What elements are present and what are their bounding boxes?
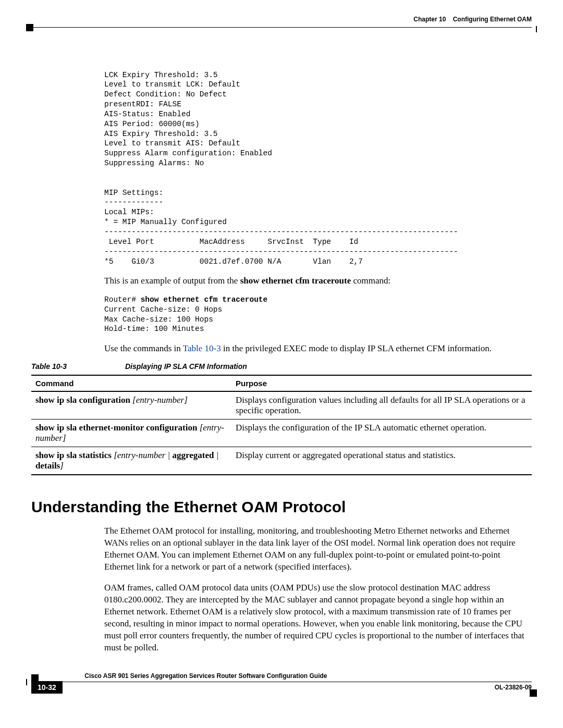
- guide-title: Cisco ASR 901 Series Aggregation Service…: [84, 672, 327, 680]
- cmd-arg: [entry-number |: [112, 450, 173, 460]
- cmd-arg: |: [214, 450, 218, 460]
- table-row: show ip sla configuration [entry-number]…: [31, 391, 532, 419]
- cmd-arg: ]: [60, 461, 64, 471]
- page: Chapter 10 Configuring Ethernet OAM LCK …: [0, 0, 563, 728]
- command-cell: show ip sla configuration [entry-number]: [31, 391, 231, 419]
- cli-command: show ethernet cfm traceroute: [141, 295, 268, 304]
- table-row: show ip sla ethernet-monitor configurati…: [31, 419, 532, 447]
- footer-title-row: Cisco ASR 901 Series Aggregation Service…: [31, 670, 532, 682]
- footer-square-icon: [31, 674, 39, 682]
- content-area: LCK Expiry Threshold: 3.5 Level to trans…: [31, 63, 532, 659]
- doc-id: OL-23826-09: [495, 684, 532, 691]
- chapter-number: Chapter 10: [413, 16, 446, 23]
- command-cell: show ip sla ethernet-monitor configurati…: [31, 419, 231, 447]
- cli-rest: Current Cache-size: 0 Hops Max Cache-siz…: [104, 305, 222, 334]
- page-number: 10-32: [31, 681, 63, 694]
- crop-mark-bottom-left: [26, 679, 27, 685]
- para-oam-frames: OAM frames, called OAM protocol data uni…: [104, 582, 532, 654]
- para1-suffix: command:: [351, 276, 390, 286]
- para-traceroute-intro: This is an example of output from the sh…: [104, 275, 532, 287]
- para2-prefix: Use the commands in: [104, 343, 183, 353]
- para-table-intro: Use the commands in Table 10-3 in the pr…: [104, 343, 532, 355]
- purpose-cell: Display current or aggregated operationa…: [231, 447, 532, 475]
- para-oam-intro: The Ethernet OAM protocol for installing…: [104, 525, 532, 573]
- para1-command: show ethernet cfm traceroute: [240, 276, 351, 286]
- table-title: Displaying IP SLA CFM Information: [125, 362, 247, 371]
- column-header-purpose: Purpose: [231, 375, 532, 391]
- purpose-cell: Displays the configuration of the IP SLA…: [231, 419, 532, 447]
- para1-prefix: This is an example of output from the: [104, 276, 240, 286]
- cli-prompt: Router#: [104, 295, 141, 304]
- ip-sla-table: Command Purpose show ip sla configuratio…: [31, 375, 532, 475]
- footer: Cisco ASR 901 Series Aggregation Service…: [31, 670, 532, 694]
- crop-mark-top-right: [536, 26, 537, 32]
- cmd-part: show ip sla ethernet-monitor configurati…: [35, 423, 197, 433]
- column-header-command: Command: [31, 375, 231, 391]
- crop-mark-top-left: [26, 24, 33, 31]
- cmd-part: show ip sla statistics: [35, 450, 112, 460]
- cmd-part: details: [35, 461, 60, 471]
- table-link[interactable]: Table 10-3: [183, 343, 221, 353]
- cli-output-1: LCK Expiry Threshold: 3.5 Level to trans…: [104, 70, 532, 267]
- cli-output-2: Router# show ethernet cfm traceroute Cur…: [104, 295, 532, 334]
- table-caption: Table 10-3Displaying IP SLA CFM Informat…: [31, 362, 532, 371]
- section-heading: Understanding the Ethernet OAM Protocol: [31, 498, 532, 516]
- command-cell: show ip sla statistics [entry-number | a…: [31, 447, 231, 475]
- header-rule: [30, 27, 532, 28]
- table-number: Table 10-3: [31, 362, 125, 371]
- cmd-part: aggregated: [173, 450, 214, 460]
- cmd-arg: [entry-number]: [130, 395, 188, 405]
- cmd-part: show ip sla configuration: [35, 395, 130, 405]
- footer-row: 10-32 OL-23826-09: [31, 681, 532, 694]
- running-header: Chapter 10 Configuring Ethernet OAM: [413, 16, 532, 23]
- purpose-cell: Displays configuration values including …: [231, 391, 532, 419]
- para2-suffix: in the privileged EXEC mode to display I…: [221, 343, 492, 353]
- table-row: show ip sla statistics [entry-number | a…: [31, 447, 532, 475]
- crop-mark-bottom-right: [530, 689, 537, 697]
- chapter-title: Configuring Ethernet OAM: [453, 16, 532, 23]
